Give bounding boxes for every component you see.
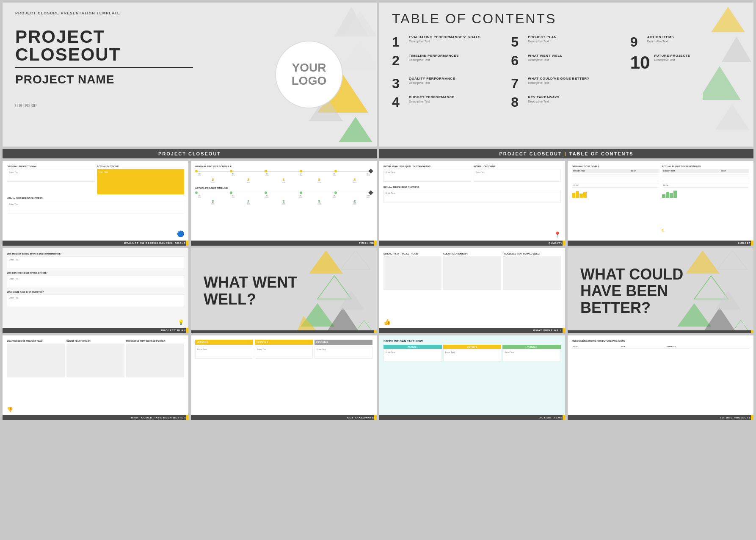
future-projects-thumb: RECOMMENDATIONS FOR FUTURE PROJECTS DATE…: [568, 335, 753, 420]
toc-item-4: 4 BUDGET PERFORMANCE Descriptive Text: [392, 95, 502, 109]
bulb-icon: 💡: [178, 319, 184, 325]
lesson3-box: Enter Text: [315, 346, 372, 359]
toc-num-4: 4: [392, 95, 405, 109]
budget-actual-label: ACTUAL BUDGET EXPENDITURES: [662, 165, 750, 168]
quality-goal-box: Enter Text: [384, 169, 471, 182]
svg-marker-13: [326, 307, 360, 333]
action-cols: ACTION 1 Enter Text ACTION 2 Enter Text …: [384, 345, 561, 363]
better-big-footer: [568, 330, 753, 333]
toc-title: TABLE OF CONTENTS: [392, 11, 741, 27]
quality-kpis-box: Enter Text: [384, 190, 561, 202]
action3-col: ACTION 3: [502, 345, 561, 349]
quality-goal-text: Enter Text: [386, 171, 469, 174]
toc-title-7: WHAT COULD'VE GONE BETTER?: [528, 77, 589, 80]
toc-title-9: ACTION ITEMS: [647, 35, 674, 39]
lesson1-header: LESSON 1: [195, 340, 253, 345]
svg-marker-11: [317, 276, 351, 299]
svg-marker-6: [711, 7, 745, 32]
section-header-left: PROJECT CLOSEOUT: [3, 149, 377, 158]
svg-marker-15: [341, 250, 370, 269]
svg-marker-3: [339, 117, 372, 142]
toc-desc-3: Descriptive Text: [409, 81, 455, 84]
toc-num-7: 7: [511, 77, 524, 90]
toc-decorations: [703, 3, 753, 147]
quality-actual-label: ACTUAL OUTCOME: [474, 165, 561, 168]
budget-footer: BUDGET: [568, 241, 753, 246]
svg-marker-9: [715, 104, 749, 130]
goals-footer: EVALUATING PERFORMANCES: GOALS: [3, 241, 188, 246]
future-footer: FUTURE PROJECTS: [568, 415, 753, 420]
budget-col2b: COST: [720, 169, 749, 173]
processes-label: PROCESSES THAT WORKED WELL:: [503, 252, 561, 255]
better-thumb: WEAKNESSES OF PROJECT TEAM: CLIENT RELAT…: [3, 335, 188, 420]
wwwell-decorations: [292, 248, 377, 333]
takeaway-cols: LESSON 1 Enter Text LESSON 2 Enter Text …: [195, 340, 372, 360]
svg-marker-20: [694, 276, 728, 299]
logo-text: YOURLOGO: [292, 61, 326, 88]
action-header: STEPS WE CAN TAKE NOW: [384, 340, 561, 343]
wwwell-big-footer: [191, 330, 377, 333]
main-title: PROJECT CLOSEOUT: [15, 28, 193, 68]
toc-desc-10: Descriptive Text: [654, 58, 690, 61]
toc-num-8: 8: [511, 95, 524, 109]
lesson3-header: LESSON 3: [315, 340, 372, 345]
client-rel-label: CLIENT RELATIONSHIP:: [443, 252, 501, 255]
pin-icon: 📍: [554, 231, 561, 238]
kpis-box: Enter Text: [7, 201, 184, 213]
future-header: RECOMMENDATIONS FOR FUTURE PROJECTS: [572, 340, 749, 342]
quality-thumb: INITIAL GOAL FOR QUALITY STANDARDS Enter…: [379, 161, 565, 246]
toc-title-2: TIMELINE PERFORMANCES: [409, 54, 459, 58]
wwwell-big-title: WHAT WENTWELL?: [204, 274, 297, 307]
thumbup-icon: 👍: [384, 318, 391, 325]
toc-num-10: 10: [630, 54, 650, 72]
toc-item-2: 2 TIMELINE PERFORMANCES Descriptive Text: [392, 54, 502, 72]
svg-marker-22: [703, 307, 737, 333]
budget-col2: COST: [630, 169, 659, 173]
budget-col1b: BUDGET ITEM: [662, 169, 720, 173]
plan-q3-box: Enter Text: [7, 294, 184, 307]
kpis-label: KPIs for MEASURING SUCCESS: [7, 197, 184, 199]
budget-actual-table: BUDGET ITEMCOST TOTAL: [662, 169, 750, 188]
actual-outcome-text: Enter Text: [99, 171, 183, 173]
kpis-text: Enter Text: [9, 203, 182, 205]
actual-outcome-box: Enter Text: [97, 169, 185, 194]
toc-title-3: QUALITY PERFORMANCE: [409, 77, 455, 80]
toc-title-4: BUDGET PERFORMANCE: [409, 95, 455, 99]
better-thumb-footer: WHAT COULD HAVE BEEN BETTER: [3, 415, 188, 420]
future-col-comments: COMMENTS: [665, 345, 749, 349]
lesson2-header: LESSON 2: [255, 340, 313, 345]
key-takeaways-thumb: LESSON 1 Enter Text LESSON 2 Enter Text …: [191, 335, 377, 420]
toc-title-5: PROJECT PLAN: [528, 35, 557, 39]
toc-desc-2: Descriptive Text: [409, 58, 459, 61]
quality-actual-box: Enter Text: [474, 169, 561, 182]
toc-desc-7: Descriptive Text: [528, 81, 589, 84]
toc-title-8: KEY TAKEAWAYS: [528, 95, 559, 99]
toc-desc-5: Descriptive Text: [528, 40, 557, 43]
plan-q1-box: Enter Text: [7, 256, 184, 269]
future-col-date: DATE: [572, 345, 620, 349]
quality-kpis-label: KPIs for MEASURING SUCCESS: [384, 186, 561, 188]
plan-q2-box: Enter Text: [7, 275, 184, 288]
action1-box: Enter Text: [384, 349, 442, 362]
future-table: DATE IDEA COMMENTS: [572, 345, 749, 349]
actual-timeline-label: ACTUAL PROJECT TIMELINE: [195, 187, 372, 189]
toc-item-1: 1 EVALUATING PERFORMANCES: GOALS Descrip…: [392, 35, 502, 49]
toc-num-5: 5: [511, 35, 524, 49]
svg-marker-23: [715, 291, 741, 310]
quality-actual-text: Enter Text: [476, 171, 559, 174]
strengths-label: STRENGTHS OF PROJECT TEAM:: [384, 252, 441, 255]
svg-marker-14: [339, 291, 364, 310]
better-big-title: WHAT COULDHAVE BEENBETTER?: [580, 266, 683, 316]
svg-marker-24: [717, 250, 747, 269]
better-cols: WEAKNESSES OF PROJECT TEAM: CLIENT RELAT…: [7, 340, 184, 377]
budget-col1: BUDGET ITEM: [572, 169, 630, 173]
plan-q2: Was it the right plan for this project?: [7, 271, 184, 274]
original-goal-text: Enter Text: [9, 171, 92, 174]
compass-icon: 🔵: [177, 230, 184, 237]
svg-marker-8: [703, 66, 741, 100]
action-footer: ACTION ITEMS: [379, 415, 565, 420]
budget-original-label: ORIGINAL COST GOALS: [572, 165, 659, 168]
thumbdown-icon: 👎: [7, 407, 13, 413]
toc-slide: TABLE OF CONTENTS 1 EVALUATING PERFORMAN…: [379, 3, 753, 147]
header-pipe: |: [565, 151, 567, 156]
